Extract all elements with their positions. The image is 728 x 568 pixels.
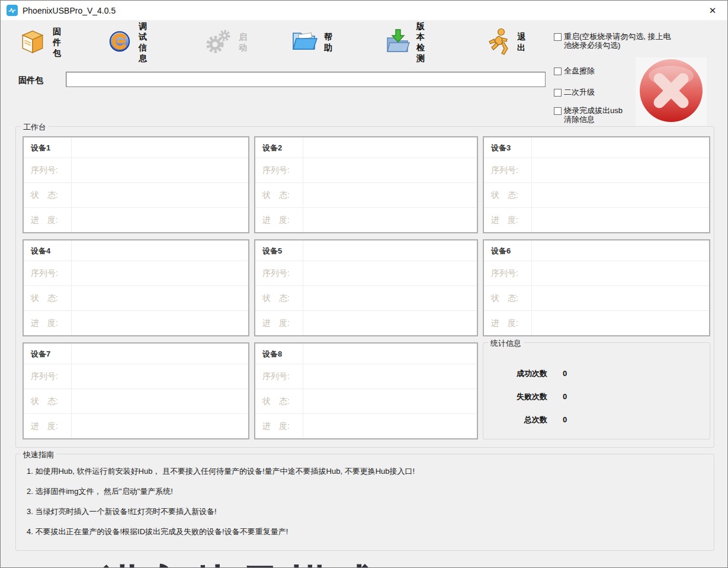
red-cross-icon — [637, 58, 705, 126]
device-field-label: 进 度: — [262, 421, 290, 432]
package-icon — [19, 28, 46, 57]
device-field-label: 序列号: — [31, 371, 58, 382]
device-field-label: 进 度: — [491, 318, 518, 329]
checkbox-box[interactable] — [554, 68, 562, 75]
checkbox-label: 重启(空板烧录请勿勾选, 接上电 池烧录必须勾选) — [564, 32, 671, 50]
device-field-label: 状 态: — [262, 190, 290, 201]
device-field-label: 状 态: — [491, 293, 518, 304]
toolbar-label-firmware: 固件包 — [53, 27, 61, 59]
checkbox-full-erase[interactable]: 全盘擦除 — [554, 66, 595, 75]
device-panel-2: 设备2序列号:状 态:进 度: — [254, 136, 478, 233]
debug-info-button[interactable]: 调试信息 — [107, 26, 147, 59]
device-field-label: 状 态: — [31, 396, 58, 407]
device-name: 设备6 — [491, 246, 511, 256]
app-logo-icon — [7, 5, 18, 16]
checkbox-box[interactable] — [554, 33, 562, 41]
toolbar-label-debug: 调试信息 — [139, 21, 147, 64]
status-indicator — [636, 57, 707, 126]
statistics-groupbox: 统计信息 成功次数 0 失败次数 0 总次数 0 — [483, 342, 710, 439]
checkbox-box[interactable] — [554, 89, 562, 97]
checkbox-unplug-clear[interactable]: 烧录完成拔出usb 清除信息 — [554, 106, 623, 124]
close-button[interactable]: ✕ — [705, 5, 720, 17]
device-field-label: 状 态: — [31, 293, 58, 304]
device-grid: 设备1序列号:状 态:进 度:设备2序列号:状 态:进 度:设备3序列号:状 态… — [23, 136, 710, 439]
quick-guide-title: 快速指南 — [21, 450, 56, 460]
stat-label: 总次数 — [483, 415, 547, 425]
toolbar-label-exit: 退出 — [517, 32, 525, 53]
workbench-groupbox: 工作台 设备1序列号:状 态:进 度:设备2序列号:状 态:进 度:设备3序列号… — [15, 126, 714, 448]
device-field-label: 序列号: — [262, 268, 290, 279]
debug-info-icon — [107, 29, 132, 56]
device-name: 设备1 — [31, 143, 50, 153]
firmware-path-input[interactable] — [66, 72, 546, 87]
guide-item-3: 3. 当绿灯亮时插入一个新设备!红灯亮时不要插入新设备! — [27, 505, 707, 525]
device-name: 设备5 — [262, 246, 282, 256]
device-name: 设备7 — [31, 349, 50, 360]
stat-row-success: 成功次数 0 — [483, 362, 710, 385]
device-field-label: 进 度: — [31, 318, 58, 329]
version-check-button[interactable]: 版本检测 — [385, 26, 425, 59]
device-panel-6: 设备6序列号:状 态:进 度: — [483, 239, 710, 336]
device-field-label: 序列号: — [491, 165, 518, 176]
device-panel-7: 设备7序列号:状 态:进 度: — [23, 342, 249, 439]
device-field-label: 进 度: — [491, 215, 518, 226]
device-field-label: 序列号: — [262, 371, 290, 382]
checkbox-box[interactable] — [554, 107, 562, 115]
start-button[interactable]: 启动 — [205, 26, 247, 59]
device-name: 设备3 — [491, 143, 511, 153]
device-field-label: 进 度: — [262, 215, 290, 226]
folder-help-icon — [290, 28, 318, 57]
device-field-label: 进 度: — [262, 318, 290, 329]
guide-list: 1. 如使用Hub, 软件运行前安装好Hub， 且不要接入任何待量产的设备!量产… — [27, 465, 707, 545]
device-field-label: 序列号: — [31, 268, 58, 279]
device-field-label: 序列号: — [491, 268, 518, 279]
window-title: PhoenixUSBPro_V_4.0.5 — [23, 6, 116, 15]
quick-guide-groupbox: 快速指南 1. 如使用Hub, 软件运行前安装好Hub， 且不要接入任何待量产的… — [15, 454, 714, 551]
app-window: PhoenixUSBPro_V_4.0.5 ✕ 固件包 — [0, 0, 728, 568]
device-field-label: 进 度: — [31, 215, 58, 226]
device-panel-5: 设备5序列号:状 态:进 度: — [254, 239, 478, 336]
device-field-label: 状 态: — [31, 190, 58, 201]
checkbox-label: 全盘擦除 — [564, 66, 595, 75]
exit-button[interactable]: 退出 — [486, 26, 525, 59]
help-button[interactable]: 帮助 — [290, 26, 332, 59]
checkbox-second-upgrade[interactable]: 二次升级 — [554, 88, 595, 97]
firmware-path-label: 固件包 — [18, 75, 43, 86]
device-name: 设备2 — [262, 143, 282, 153]
titlebar: PhoenixUSBPro_V_4.0.5 ✕ — [1, 1, 727, 20]
device-field-label: 状 态: — [262, 293, 290, 304]
statistics-rows: 成功次数 0 失败次数 0 总次数 0 — [483, 362, 710, 431]
device-panel-1: 设备1序列号:状 态:进 度: — [23, 136, 249, 233]
guide-item-1: 1. 如使用Hub, 软件运行前安装好Hub， 且不要接入任何待量产的设备!量产… — [27, 465, 707, 485]
stat-row-fail: 失败次数 0 — [483, 385, 710, 408]
device-name: 设备4 — [31, 246, 50, 256]
stat-row-total: 总次数 0 — [483, 408, 710, 431]
checkbox-label: 二次升级 — [564, 88, 595, 97]
device-field-label: 状 态: — [491, 190, 518, 201]
stat-value: 0 — [563, 415, 567, 424]
checkbox-restart[interactable]: 重启(空板烧录请勿勾选, 接上电 池烧录必须勾选) — [554, 32, 671, 50]
toolbar-label-version: 版本检测 — [416, 21, 425, 64]
device-panel-4: 设备4序列号:状 态:进 度: — [23, 239, 249, 336]
device-name: 设备8 — [262, 349, 282, 360]
stat-value: 0 — [563, 369, 567, 378]
device-field-label: 序列号: — [262, 165, 290, 176]
folder-download-icon — [385, 28, 410, 57]
guide-item-4: 4. 不要拔出正在量产的设备!根据ID拔出完成及失败的设备!设备不要重复量产! — [27, 525, 707, 545]
firmware-package-button[interactable]: 固件包 — [19, 26, 61, 59]
stat-label: 失败次数 — [483, 391, 547, 402]
toolbar-label-help: 帮助 — [324, 32, 332, 53]
workbench-title: 工作台 — [21, 122, 49, 133]
device-field-label: 序列号: — [31, 165, 58, 176]
partial-bottom-text: 进入烧录模式 — [100, 557, 381, 568]
stat-value: 0 — [563, 392, 567, 401]
running-man-icon — [486, 27, 511, 58]
statistics-title: 统计信息 — [488, 338, 524, 349]
checkbox-label: 烧录完成拔出usb 清除信息 — [564, 106, 623, 124]
guide-item-2: 2. 选择固件img文件， 然后"启动"量产系统! — [27, 485, 707, 505]
stat-label: 成功次数 — [483, 368, 547, 379]
device-field-label: 进 度: — [31, 421, 58, 432]
device-panel-3: 设备3序列号:状 态:进 度: — [483, 136, 710, 233]
device-panel-8: 设备8序列号:状 态:进 度: — [254, 342, 478, 439]
toolbar-label-start: 启动 — [239, 32, 247, 53]
